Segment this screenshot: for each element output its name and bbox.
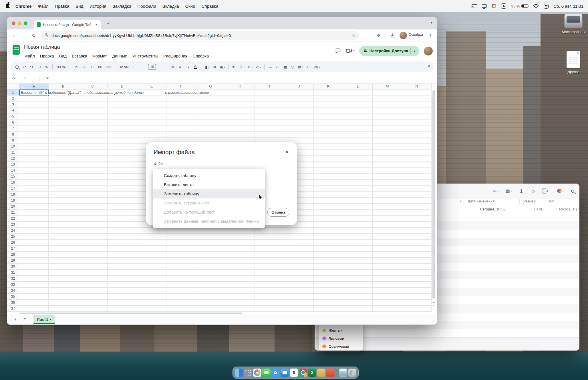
- video-call-icon[interactable]: ▾: [346, 48, 355, 54]
- decrease-font-size-button[interactable]: −: [140, 63, 146, 71]
- finder-column-size[interactable]: Размер: [523, 199, 536, 203]
- row-header[interactable]: 37: [7, 306, 19, 312]
- dock-launchpad-icon[interactable]: [244, 369, 252, 377]
- column-header[interactable]: A: [19, 83, 49, 89]
- desktop-icon-macintosh-hd[interactable]: Macintosh HD: [558, 14, 588, 34]
- menubar-item[interactable]: История: [86, 4, 109, 9]
- row-header[interactable]: 19: [7, 198, 19, 204]
- sheets-menu-item[interactable]: Справка: [190, 53, 211, 59]
- import-option[interactable]: Заменить таблицу: [153, 189, 265, 198]
- tag-menu-item[interactable]: Желтый: [319, 326, 363, 334]
- input-source-icon[interactable]: A: [501, 3, 506, 9]
- column-header[interactable]: L: [343, 83, 373, 89]
- column-header[interactable]: D: [108, 83, 137, 89]
- redo-icon[interactable]: ↷: [28, 63, 35, 71]
- column-header[interactable]: K: [314, 83, 343, 89]
- vertical-align-icon[interactable]: ↧▾: [239, 63, 246, 71]
- select-all-corner[interactable]: [7, 83, 19, 89]
- control-center-icon[interactable]: [544, 4, 549, 9]
- row-header[interactable]: 16: [7, 180, 19, 186]
- dock-calendar-icon[interactable]: 6: [290, 369, 298, 377]
- reload-button[interactable]: ↻: [30, 32, 37, 39]
- dock-notes-icon[interactable]: [317, 369, 325, 377]
- dock-mail-icon[interactable]: [281, 369, 289, 377]
- column-header[interactable]: B: [49, 83, 78, 89]
- percent-format-button[interactable]: %: [81, 63, 88, 71]
- text-color-button[interactable]: А: [192, 63, 198, 71]
- row-header[interactable]: 31: [7, 270, 19, 276]
- functions-button[interactable]: Σ▾: [305, 63, 312, 71]
- row-header[interactable]: 12: [7, 156, 19, 162]
- row-header[interactable]: 28: [7, 252, 19, 258]
- sheet-tab[interactable]: Лист1 ▾: [33, 315, 55, 324]
- menubar-item[interactable]: Вид: [72, 4, 86, 9]
- row-header[interactable]: 20: [7, 204, 19, 210]
- apple-menu-icon[interactable]: [6, 4, 10, 8]
- column-header[interactable]: J: [284, 83, 314, 89]
- menubar-item[interactable]: Вкладка: [159, 4, 182, 9]
- colors-icon[interactable]: ▾: [557, 189, 564, 193]
- finder-column-date[interactable]: Дата изменения: [468, 199, 494, 203]
- finder-column-type[interactable]: Тип: [548, 199, 554, 203]
- dock-trash-icon[interactable]: [348, 369, 356, 377]
- tab-close-icon[interactable]: ×: [96, 22, 98, 27]
- row-header[interactable]: 2: [7, 96, 19, 102]
- dock-finder-icon[interactable]: [235, 369, 243, 377]
- list-view-icon[interactable]: ≡▾: [493, 188, 498, 194]
- document-title[interactable]: Новая таблица: [24, 44, 60, 50]
- increase-decimals-button[interactable]: .00: [96, 63, 103, 71]
- strikethrough-button[interactable]: S: [184, 63, 191, 71]
- collapse-toolbar-icon[interactable]: ∧: [428, 63, 430, 68]
- row-header[interactable]: 15: [7, 174, 19, 180]
- minimize-window-button[interactable]: [18, 21, 21, 25]
- row-header[interactable]: 4: [7, 108, 19, 114]
- dock-chrome-icon[interactable]: [299, 369, 307, 377]
- dock-reminders-icon[interactable]: [326, 369, 335, 377]
- import-option[interactable]: Вставить листы: [153, 180, 265, 189]
- tab-search-icon[interactable]: ▾: [430, 21, 432, 25]
- wifi-icon[interactable]: [533, 4, 539, 8]
- column-header[interactable]: N: [402, 83, 432, 89]
- row-header[interactable]: 22: [7, 216, 19, 222]
- sheets-menu-item[interactable]: Расширения: [161, 53, 190, 59]
- row-header[interactable]: 10: [7, 144, 19, 150]
- tag-menu-item[interactable]: Лиловый: [319, 334, 363, 342]
- more-options-icon[interactable]: ⋯▾: [542, 188, 550, 194]
- forward-button[interactable]: →: [20, 32, 28, 39]
- vertical-scrollbar-thumb[interactable]: [432, 90, 435, 299]
- row-header[interactable]: 30: [7, 264, 19, 270]
- row-header[interactable]: 25: [7, 234, 19, 240]
- all-sheets-icon[interactable]: ≡: [21, 315, 29, 323]
- menubar-item[interactable]: Правка: [52, 4, 73, 9]
- bold-button[interactable]: Ж: [169, 63, 176, 71]
- row-header[interactable]: 11: [7, 150, 19, 156]
- row-header[interactable]: 18: [7, 192, 19, 198]
- horizontal-align-icon[interactable]: ≡▾: [231, 63, 238, 71]
- share-button[interactable]: Настройки Доступа ▾: [359, 46, 419, 56]
- fill-color-icon[interactable]: ◧: [203, 63, 210, 71]
- sheets-logo-icon[interactable]: [13, 45, 20, 55]
- row-header[interactable]: 26: [7, 240, 19, 246]
- number-format-button[interactable]: 123: [104, 63, 112, 71]
- tag-icon[interactable]: ◇: [531, 188, 535, 194]
- search-icon[interactable]: [571, 190, 574, 193]
- increase-font-size-button[interactable]: +: [158, 63, 164, 71]
- insert-comment-icon[interactable]: ▭: [274, 63, 281, 71]
- sync-error-chip[interactable]: Ошибка: [409, 32, 423, 37]
- dock-excel-icon[interactable]: [308, 369, 316, 377]
- row-header[interactable]: 29: [7, 258, 19, 264]
- add-sheet-icon[interactable]: +: [11, 315, 19, 323]
- insert-chart-icon[interactable]: ▦: [282, 63, 289, 71]
- extra-menu-button[interactable]: Ру▾: [313, 63, 321, 71]
- currency-format-button[interactable]: р.: [74, 63, 80, 71]
- account-avatar[interactable]: [424, 47, 433, 55]
- zoom-select[interactable]: 100%▾: [55, 63, 69, 71]
- text-wrap-icon[interactable]: ↵▾: [247, 63, 254, 71]
- row-header[interactable]: 27: [7, 246, 19, 252]
- row-header[interactable]: 23: [7, 222, 19, 228]
- column-header[interactable]: H: [225, 83, 255, 89]
- row-header[interactable]: 24: [7, 228, 19, 234]
- sheets-menu-item[interactable]: Инструменты: [130, 53, 161, 59]
- sheets-menu-item[interactable]: Файл: [22, 53, 37, 59]
- sheets-menu-item[interactable]: Правка: [37, 53, 57, 59]
